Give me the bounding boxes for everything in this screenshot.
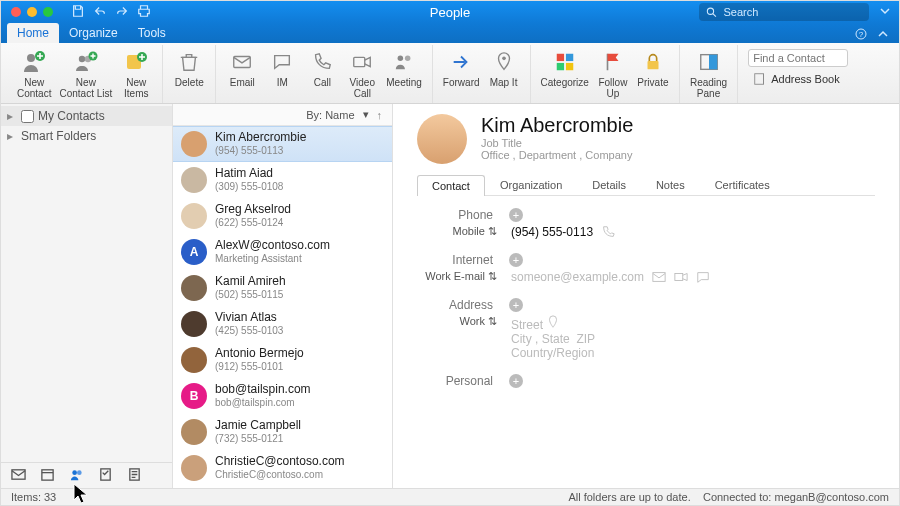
new-contact-button[interactable]: New Contact [13,47,55,101]
notes-view-icon[interactable] [127,467,142,485]
mail-view-icon[interactable] [11,467,26,485]
search-input[interactable] [722,5,864,19]
contact-row[interactable]: Bbob@tailspin.combob@tailspin.com [173,378,392,414]
contact-sub: (622) 555-0124 [215,216,291,229]
people-view-icon[interactable] [69,467,84,485]
map-pin-icon[interactable] [546,315,560,329]
tab-tools[interactable]: Tools [128,23,176,43]
add-internet-button[interactable]: + [509,253,523,267]
email-button[interactable]: Email [222,47,262,90]
contact-name[interactable]: Kim Abercrombie [481,114,633,137]
country-placeholder[interactable]: Country/Region [511,346,595,360]
contacts-list[interactable]: Kim Abercrombie(954) 555-0113Hatim Aiad(… [173,126,392,488]
contact-row[interactable]: ChristieC@contoso.comChristieC@contoso.c… [173,450,392,486]
new-items-button[interactable]: New Items [116,47,156,101]
close-button[interactable] [11,7,21,17]
svg-rect-19 [647,61,658,69]
tasks-view-icon[interactable] [98,467,113,485]
map-it-button[interactable]: Map It [484,47,524,90]
video-action-icon[interactable] [674,270,688,284]
phone-icon [309,49,335,75]
contact-name: Hatim Aiad [215,167,283,180]
tab-details[interactable]: Details [577,174,641,195]
sort-direction-icon[interactable]: ↑ [377,109,383,121]
my-contacts-checkbox[interactable] [21,110,34,123]
save-icon[interactable] [71,4,85,21]
work-address-label[interactable]: Work ⇅ [417,315,503,328]
phone-icon[interactable] [601,225,615,239]
zoom-button[interactable] [43,7,53,17]
disclosure-icon: ▸ [7,109,17,123]
sort-label: By: Name [306,109,354,121]
window-controls[interactable] [11,7,53,17]
tab-notes[interactable]: Notes [641,174,700,195]
add-personal-button[interactable]: + [509,374,523,388]
forward-button[interactable]: Forward [439,47,484,90]
find-contact-input[interactable] [748,49,848,67]
status-bar: Items: 33 All folders are up to date. Co… [1,488,899,505]
mobile-label[interactable]: Mobile ⇅ [417,225,503,238]
contact-row[interactable]: Greg Akselrod(622) 555-0124 [173,198,392,234]
contact-row[interactable]: Vivian Atlas(425) 555-0103 [173,306,392,342]
contact-name: Jamie Campbell [215,419,301,432]
avatar [181,347,207,373]
undo-icon[interactable] [93,4,107,21]
mobile-value[interactable]: (954) 555-0113 [511,225,593,239]
im-button[interactable]: IM [262,47,302,90]
sync-status: All folders are up to date. [568,491,690,503]
tab-organize[interactable]: Organize [59,23,128,43]
job-title-placeholder[interactable]: Job Title [481,137,633,149]
svg-rect-29 [653,273,665,282]
tab-contact[interactable]: Contact [417,175,485,196]
street-placeholder[interactable]: Street [511,318,543,332]
reading-pane-button[interactable]: Reading Pane [686,47,731,101]
ribbon-tabs: Home Organize Tools ? [1,23,899,43]
new-contact-list-button[interactable]: New Contact List [55,47,116,101]
avatar: A [181,239,207,265]
contact-row[interactable]: AAlexW@contoso.comMarketing Assistant [173,234,392,270]
address-book-button[interactable]: Address Book [748,69,848,89]
contact-row[interactable]: Jamie Campbell(732) 555-0121 [173,414,392,450]
connection-status: Connected to: meganB@contoso.com [703,491,889,503]
work-email-label[interactable]: Work E-mail ⇅ [417,270,503,283]
delete-button[interactable]: Delete [169,47,209,90]
add-address-button[interactable]: + [509,298,523,312]
meeting-button[interactable]: Meeting [382,47,426,90]
list-sort-header[interactable]: By: Name ▾ ↑ [173,104,392,126]
video-call-button[interactable]: Video Call [342,47,382,101]
tab-organization[interactable]: Organization [485,174,577,195]
tab-home[interactable]: Home [7,23,59,43]
contact-sub: (732) 555-0121 [215,432,301,445]
svg-point-12 [398,56,404,62]
follow-up-button[interactable]: Follow Up [593,47,633,101]
org-line[interactable]: Office , Department , Company [481,149,633,161]
contact-row[interactable]: Kim Abercrombie(954) 555-0113 [173,126,392,162]
minimize-button[interactable] [27,7,37,17]
contact-row[interactable]: Antonio Bermejo(912) 555-0101 [173,342,392,378]
contact-sub: (425) 555-0103 [215,324,283,337]
nav-smart-folders[interactable]: ▸ Smart Folders [1,126,172,146]
redo-icon[interactable] [115,4,129,21]
add-phone-button[interactable]: + [509,208,523,222]
help-icon[interactable]: ? [855,28,867,43]
view-switcher [1,462,172,488]
categorize-button[interactable]: Categorize [537,47,593,90]
contact-row[interactable]: Kamil Amireh(502) 555-0115 [173,270,392,306]
call-button[interactable]: Call [302,47,342,90]
work-email-placeholder[interactable]: someone@example.com [511,270,644,284]
print-icon[interactable] [137,4,151,21]
im-action-icon[interactable] [696,270,710,284]
svg-rect-11 [354,57,365,66]
contact-detail-pane: Kim Abercrombie Job Title Office , Depar… [393,104,899,488]
global-search[interactable] [699,3,869,21]
private-button[interactable]: Private [633,47,673,90]
tab-certificates[interactable]: Certificates [700,174,785,195]
email-action-icon[interactable] [652,270,666,284]
nav-my-contacts[interactable]: ▸ My Contacts [1,106,172,126]
contact-avatar[interactable] [417,114,467,164]
chevron-down-icon[interactable] [879,5,891,20]
contact-row[interactable]: Hatim Aiad(309) 555-0108 [173,162,392,198]
forward-icon [448,49,474,75]
calendar-view-icon[interactable] [40,467,55,485]
collapse-ribbon-icon[interactable] [877,28,889,43]
